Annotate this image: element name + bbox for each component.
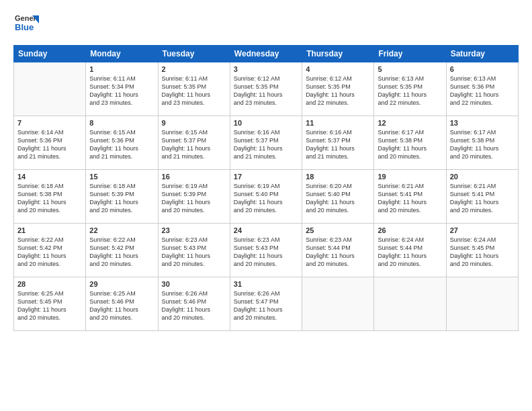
day-header-saturday: Saturday bbox=[446, 46, 518, 62]
calendar-cell: 25Sunrise: 6:23 AMSunset: 5:44 PMDayligh… bbox=[302, 224, 374, 277]
cell-details: Sunrise: 6:25 AMSunset: 5:46 PMDaylight:… bbox=[89, 289, 154, 322]
calendar-cell: 5Sunrise: 6:13 AMSunset: 5:35 PMDaylight… bbox=[374, 62, 446, 116]
page: General Blue SundayMondayTuesdayWednesda… bbox=[0, 0, 532, 411]
day-header-sunday: Sunday bbox=[14, 46, 86, 62]
calendar-cell bbox=[302, 277, 374, 331]
day-number: 1 bbox=[89, 65, 154, 73]
day-number: 8 bbox=[89, 119, 154, 127]
cell-details: Sunrise: 6:19 AMSunset: 5:40 PMDaylight:… bbox=[234, 182, 298, 215]
svg-text:Blue: Blue bbox=[15, 22, 34, 32]
calendar-cell: 15Sunrise: 6:18 AMSunset: 5:39 PMDayligh… bbox=[86, 170, 158, 224]
calendar-header-row: SundayMondayTuesdayWednesdayThursdayFrid… bbox=[14, 46, 519, 62]
calendar-cell: 10Sunrise: 6:16 AMSunset: 5:37 PMDayligh… bbox=[230, 116, 302, 170]
calendar-cell: 12Sunrise: 6:17 AMSunset: 5:38 PMDayligh… bbox=[374, 116, 446, 170]
calendar-cell: 27Sunrise: 6:24 AMSunset: 5:45 PMDayligh… bbox=[446, 224, 518, 277]
day-header-monday: Monday bbox=[86, 46, 158, 62]
day-number: 29 bbox=[89, 280, 154, 288]
day-number: 24 bbox=[234, 226, 298, 234]
day-number: 2 bbox=[162, 65, 226, 73]
day-header-tuesday: Tuesday bbox=[158, 46, 230, 62]
day-number: 18 bbox=[306, 173, 370, 181]
day-number: 23 bbox=[162, 226, 226, 234]
calendar-week-row: 1Sunrise: 6:11 AMSunset: 5:34 PMDaylight… bbox=[14, 62, 519, 116]
day-number: 28 bbox=[17, 280, 82, 288]
calendar-table: SundayMondayTuesdayWednesdayThursdayFrid… bbox=[13, 45, 519, 331]
day-header-friday: Friday bbox=[374, 46, 446, 62]
day-number: 10 bbox=[234, 119, 298, 127]
cell-details: Sunrise: 6:17 AMSunset: 5:38 PMDaylight:… bbox=[450, 128, 515, 161]
day-number: 25 bbox=[306, 226, 370, 234]
calendar-week-row: 28Sunrise: 6:25 AMSunset: 5:45 PMDayligh… bbox=[14, 277, 519, 331]
cell-details: Sunrise: 6:11 AMSunset: 5:35 PMDaylight:… bbox=[162, 75, 226, 107]
cell-details: Sunrise: 6:11 AMSunset: 5:34 PMDaylight:… bbox=[89, 75, 154, 107]
cell-details: Sunrise: 6:26 AMSunset: 5:47 PMDaylight:… bbox=[234, 289, 298, 322]
cell-details: Sunrise: 6:13 AMSunset: 5:36 PMDaylight:… bbox=[450, 75, 515, 107]
calendar-cell: 8Sunrise: 6:15 AMSunset: 5:36 PMDaylight… bbox=[86, 116, 158, 170]
cell-details: Sunrise: 6:21 AMSunset: 5:41 PMDaylight:… bbox=[450, 182, 515, 215]
calendar-cell: 6Sunrise: 6:13 AMSunset: 5:36 PMDaylight… bbox=[446, 62, 518, 116]
day-number: 31 bbox=[234, 280, 298, 288]
cell-details: Sunrise: 6:14 AMSunset: 5:36 PMDaylight:… bbox=[17, 128, 82, 161]
calendar-cell: 18Sunrise: 6:20 AMSunset: 5:40 PMDayligh… bbox=[302, 170, 374, 224]
calendar-cell bbox=[374, 277, 446, 331]
day-number: 30 bbox=[162, 280, 226, 288]
cell-details: Sunrise: 6:12 AMSunset: 5:35 PMDaylight:… bbox=[234, 75, 298, 107]
day-number: 22 bbox=[89, 226, 154, 234]
calendar-cell: 19Sunrise: 6:21 AMSunset: 5:41 PMDayligh… bbox=[374, 170, 446, 224]
cell-details: Sunrise: 6:18 AMSunset: 5:39 PMDaylight:… bbox=[89, 182, 154, 215]
calendar-cell bbox=[14, 62, 86, 116]
day-number: 3 bbox=[234, 65, 298, 73]
day-number: 9 bbox=[162, 119, 226, 127]
calendar-cell: 4Sunrise: 6:12 AMSunset: 5:35 PMDaylight… bbox=[302, 62, 374, 116]
cell-details: Sunrise: 6:16 AMSunset: 5:37 PMDaylight:… bbox=[306, 128, 370, 161]
calendar-cell: 26Sunrise: 6:24 AMSunset: 5:44 PMDayligh… bbox=[374, 224, 446, 277]
day-header-thursday: Thursday bbox=[302, 46, 374, 62]
cell-details: Sunrise: 6:23 AMSunset: 5:44 PMDaylight:… bbox=[306, 236, 370, 269]
cell-details: Sunrise: 6:12 AMSunset: 5:35 PMDaylight:… bbox=[306, 75, 370, 107]
cell-details: Sunrise: 6:26 AMSunset: 5:46 PMDaylight:… bbox=[162, 289, 226, 322]
day-number: 20 bbox=[450, 173, 515, 181]
cell-details: Sunrise: 6:22 AMSunset: 5:42 PMDaylight:… bbox=[17, 236, 82, 269]
day-number: 19 bbox=[378, 173, 442, 181]
cell-details: Sunrise: 6:22 AMSunset: 5:42 PMDaylight:… bbox=[89, 236, 154, 269]
calendar-cell: 11Sunrise: 6:16 AMSunset: 5:37 PMDayligh… bbox=[302, 116, 374, 170]
cell-details: Sunrise: 6:15 AMSunset: 5:36 PMDaylight:… bbox=[89, 128, 154, 161]
logo: General Blue bbox=[13, 10, 39, 38]
calendar-week-row: 7Sunrise: 6:14 AMSunset: 5:36 PMDaylight… bbox=[14, 116, 519, 170]
cell-details: Sunrise: 6:17 AMSunset: 5:38 PMDaylight:… bbox=[378, 128, 442, 161]
calendar-cell: 22Sunrise: 6:22 AMSunset: 5:42 PMDayligh… bbox=[86, 224, 158, 277]
cell-details: Sunrise: 6:13 AMSunset: 5:35 PMDaylight:… bbox=[378, 75, 442, 107]
logo-icon: General Blue bbox=[13, 10, 39, 36]
calendar-cell: 7Sunrise: 6:14 AMSunset: 5:36 PMDaylight… bbox=[14, 116, 86, 170]
cell-details: Sunrise: 6:21 AMSunset: 5:41 PMDaylight:… bbox=[378, 182, 442, 215]
day-number: 6 bbox=[450, 65, 515, 73]
day-number: 12 bbox=[378, 119, 442, 127]
cell-details: Sunrise: 6:24 AMSunset: 5:44 PMDaylight:… bbox=[378, 236, 442, 269]
cell-details: Sunrise: 6:20 AMSunset: 5:40 PMDaylight:… bbox=[306, 182, 370, 215]
day-number: 17 bbox=[234, 173, 298, 181]
day-number: 11 bbox=[306, 119, 370, 127]
day-number: 16 bbox=[162, 173, 226, 181]
calendar-cell: 14Sunrise: 6:18 AMSunset: 5:38 PMDayligh… bbox=[14, 170, 86, 224]
calendar-cell: 30Sunrise: 6:26 AMSunset: 5:46 PMDayligh… bbox=[158, 277, 230, 331]
day-number: 14 bbox=[17, 173, 82, 181]
day-number: 15 bbox=[89, 173, 154, 181]
day-header-wednesday: Wednesday bbox=[230, 46, 302, 62]
calendar-cell: 29Sunrise: 6:25 AMSunset: 5:46 PMDayligh… bbox=[86, 277, 158, 331]
calendar-cell: 13Sunrise: 6:17 AMSunset: 5:38 PMDayligh… bbox=[446, 116, 518, 170]
cell-details: Sunrise: 6:23 AMSunset: 5:43 PMDaylight:… bbox=[234, 236, 298, 269]
cell-details: Sunrise: 6:16 AMSunset: 5:37 PMDaylight:… bbox=[234, 128, 298, 161]
calendar-cell: 3Sunrise: 6:12 AMSunset: 5:35 PMDaylight… bbox=[230, 62, 302, 116]
calendar-cell: 21Sunrise: 6:22 AMSunset: 5:42 PMDayligh… bbox=[14, 224, 86, 277]
day-number: 26 bbox=[378, 226, 442, 234]
day-number: 5 bbox=[378, 65, 442, 73]
calendar-cell: 28Sunrise: 6:25 AMSunset: 5:45 PMDayligh… bbox=[14, 277, 86, 331]
day-number: 27 bbox=[450, 226, 515, 234]
cell-details: Sunrise: 6:19 AMSunset: 5:39 PMDaylight:… bbox=[162, 182, 226, 215]
header: General Blue bbox=[13, 10, 519, 38]
day-number: 21 bbox=[17, 226, 82, 234]
cell-details: Sunrise: 6:25 AMSunset: 5:45 PMDaylight:… bbox=[17, 289, 82, 322]
calendar-cell: 2Sunrise: 6:11 AMSunset: 5:35 PMDaylight… bbox=[158, 62, 230, 116]
calendar-cell: 20Sunrise: 6:21 AMSunset: 5:41 PMDayligh… bbox=[446, 170, 518, 224]
calendar-cell: 17Sunrise: 6:19 AMSunset: 5:40 PMDayligh… bbox=[230, 170, 302, 224]
